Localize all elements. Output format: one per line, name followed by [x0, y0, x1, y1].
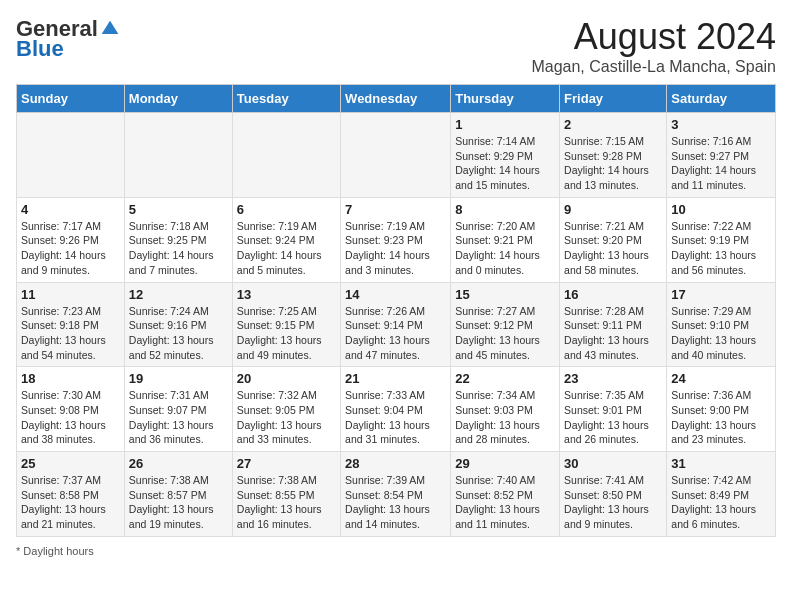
- day-info: Sunrise: 7:34 AM Sunset: 9:03 PM Dayligh…: [455, 388, 555, 447]
- day-info: Sunrise: 7:19 AM Sunset: 9:24 PM Dayligh…: [237, 219, 336, 278]
- week-row-2: 4Sunrise: 7:17 AM Sunset: 9:26 PM Daylig…: [17, 197, 776, 282]
- weekday-header-friday: Friday: [560, 85, 667, 113]
- day-number: 24: [671, 371, 771, 386]
- day-cell: 30Sunrise: 7:41 AM Sunset: 8:50 PM Dayli…: [560, 452, 667, 537]
- day-number: 8: [455, 202, 555, 217]
- weekday-header-tuesday: Tuesday: [232, 85, 340, 113]
- day-cell: 14Sunrise: 7:26 AM Sunset: 9:14 PM Dayli…: [341, 282, 451, 367]
- day-number: 11: [21, 287, 120, 302]
- day-number: 25: [21, 456, 120, 471]
- day-cell: 28Sunrise: 7:39 AM Sunset: 8:54 PM Dayli…: [341, 452, 451, 537]
- day-cell: [341, 113, 451, 198]
- day-info: Sunrise: 7:41 AM Sunset: 8:50 PM Dayligh…: [564, 473, 662, 532]
- day-cell: 13Sunrise: 7:25 AM Sunset: 9:15 PM Dayli…: [232, 282, 340, 367]
- day-cell: 5Sunrise: 7:18 AM Sunset: 9:25 PM Daylig…: [124, 197, 232, 282]
- day-cell: 25Sunrise: 7:37 AM Sunset: 8:58 PM Dayli…: [17, 452, 125, 537]
- day-number: 31: [671, 456, 771, 471]
- footer-note: * Daylight hours: [16, 545, 776, 557]
- day-info: Sunrise: 7:32 AM Sunset: 9:05 PM Dayligh…: [237, 388, 336, 447]
- day-number: 19: [129, 371, 228, 386]
- day-info: Sunrise: 7:23 AM Sunset: 9:18 PM Dayligh…: [21, 304, 120, 363]
- logo-blue-text: Blue: [16, 36, 64, 62]
- day-info: Sunrise: 7:37 AM Sunset: 8:58 PM Dayligh…: [21, 473, 120, 532]
- weekday-header-row: SundayMondayTuesdayWednesdayThursdayFrid…: [17, 85, 776, 113]
- day-number: 15: [455, 287, 555, 302]
- day-cell: [17, 113, 125, 198]
- day-number: 21: [345, 371, 446, 386]
- day-info: Sunrise: 7:39 AM Sunset: 8:54 PM Dayligh…: [345, 473, 446, 532]
- day-info: Sunrise: 7:38 AM Sunset: 8:57 PM Dayligh…: [129, 473, 228, 532]
- day-info: Sunrise: 7:16 AM Sunset: 9:27 PM Dayligh…: [671, 134, 771, 193]
- weekday-header-wednesday: Wednesday: [341, 85, 451, 113]
- week-row-3: 11Sunrise: 7:23 AM Sunset: 9:18 PM Dayli…: [17, 282, 776, 367]
- day-number: 28: [345, 456, 446, 471]
- day-number: 9: [564, 202, 662, 217]
- day-info: Sunrise: 7:26 AM Sunset: 9:14 PM Dayligh…: [345, 304, 446, 363]
- day-number: 4: [21, 202, 120, 217]
- day-info: Sunrise: 7:27 AM Sunset: 9:12 PM Dayligh…: [455, 304, 555, 363]
- day-cell: 29Sunrise: 7:40 AM Sunset: 8:52 PM Dayli…: [451, 452, 560, 537]
- day-info: Sunrise: 7:20 AM Sunset: 9:21 PM Dayligh…: [455, 219, 555, 278]
- week-row-4: 18Sunrise: 7:30 AM Sunset: 9:08 PM Dayli…: [17, 367, 776, 452]
- day-cell: 24Sunrise: 7:36 AM Sunset: 9:00 PM Dayli…: [667, 367, 776, 452]
- day-number: 30: [564, 456, 662, 471]
- day-info: Sunrise: 7:28 AM Sunset: 9:11 PM Dayligh…: [564, 304, 662, 363]
- day-number: 12: [129, 287, 228, 302]
- day-info: Sunrise: 7:35 AM Sunset: 9:01 PM Dayligh…: [564, 388, 662, 447]
- weekday-header-thursday: Thursday: [451, 85, 560, 113]
- day-info: Sunrise: 7:22 AM Sunset: 9:19 PM Dayligh…: [671, 219, 771, 278]
- day-number: 17: [671, 287, 771, 302]
- day-number: 26: [129, 456, 228, 471]
- day-info: Sunrise: 7:31 AM Sunset: 9:07 PM Dayligh…: [129, 388, 228, 447]
- day-info: Sunrise: 7:38 AM Sunset: 8:55 PM Dayligh…: [237, 473, 336, 532]
- day-cell: 18Sunrise: 7:30 AM Sunset: 9:08 PM Dayli…: [17, 367, 125, 452]
- day-number: 16: [564, 287, 662, 302]
- day-number: 22: [455, 371, 555, 386]
- day-cell: 1Sunrise: 7:14 AM Sunset: 9:29 PM Daylig…: [451, 113, 560, 198]
- day-cell: 10Sunrise: 7:22 AM Sunset: 9:19 PM Dayli…: [667, 197, 776, 282]
- header: General Blue August 2024 Magan, Castille…: [16, 16, 776, 76]
- day-cell: 31Sunrise: 7:42 AM Sunset: 8:49 PM Dayli…: [667, 452, 776, 537]
- title-area: August 2024 Magan, Castille-La Mancha, S…: [531, 16, 776, 76]
- day-cell: 12Sunrise: 7:24 AM Sunset: 9:16 PM Dayli…: [124, 282, 232, 367]
- day-number: 29: [455, 456, 555, 471]
- day-cell: 2Sunrise: 7:15 AM Sunset: 9:28 PM Daylig…: [560, 113, 667, 198]
- day-cell: [124, 113, 232, 198]
- svg-marker-0: [102, 21, 119, 34]
- day-info: Sunrise: 7:24 AM Sunset: 9:16 PM Dayligh…: [129, 304, 228, 363]
- weekday-header-monday: Monday: [124, 85, 232, 113]
- calendar-table: SundayMondayTuesdayWednesdayThursdayFrid…: [16, 84, 776, 537]
- footer-note-text: Daylight hours: [23, 545, 93, 557]
- day-info: Sunrise: 7:19 AM Sunset: 9:23 PM Dayligh…: [345, 219, 446, 278]
- day-info: Sunrise: 7:40 AM Sunset: 8:52 PM Dayligh…: [455, 473, 555, 532]
- day-cell: 4Sunrise: 7:17 AM Sunset: 9:26 PM Daylig…: [17, 197, 125, 282]
- location-title: Magan, Castille-La Mancha, Spain: [531, 58, 776, 76]
- day-info: Sunrise: 7:42 AM Sunset: 8:49 PM Dayligh…: [671, 473, 771, 532]
- weekday-header-sunday: Sunday: [17, 85, 125, 113]
- day-info: Sunrise: 7:21 AM Sunset: 9:20 PM Dayligh…: [564, 219, 662, 278]
- day-number: 18: [21, 371, 120, 386]
- week-row-5: 25Sunrise: 7:37 AM Sunset: 8:58 PM Dayli…: [17, 452, 776, 537]
- logo-icon: [100, 19, 120, 39]
- day-cell: 6Sunrise: 7:19 AM Sunset: 9:24 PM Daylig…: [232, 197, 340, 282]
- day-number: 20: [237, 371, 336, 386]
- day-cell: 20Sunrise: 7:32 AM Sunset: 9:05 PM Dayli…: [232, 367, 340, 452]
- day-number: 7: [345, 202, 446, 217]
- day-info: Sunrise: 7:30 AM Sunset: 9:08 PM Dayligh…: [21, 388, 120, 447]
- day-cell: 9Sunrise: 7:21 AM Sunset: 9:20 PM Daylig…: [560, 197, 667, 282]
- week-row-1: 1Sunrise: 7:14 AM Sunset: 9:29 PM Daylig…: [17, 113, 776, 198]
- day-number: 23: [564, 371, 662, 386]
- day-cell: 19Sunrise: 7:31 AM Sunset: 9:07 PM Dayli…: [124, 367, 232, 452]
- day-cell: 27Sunrise: 7:38 AM Sunset: 8:55 PM Dayli…: [232, 452, 340, 537]
- day-info: Sunrise: 7:15 AM Sunset: 9:28 PM Dayligh…: [564, 134, 662, 193]
- day-cell: 17Sunrise: 7:29 AM Sunset: 9:10 PM Dayli…: [667, 282, 776, 367]
- day-info: Sunrise: 7:29 AM Sunset: 9:10 PM Dayligh…: [671, 304, 771, 363]
- day-cell: 23Sunrise: 7:35 AM Sunset: 9:01 PM Dayli…: [560, 367, 667, 452]
- month-title: August 2024: [531, 16, 776, 58]
- day-info: Sunrise: 7:18 AM Sunset: 9:25 PM Dayligh…: [129, 219, 228, 278]
- day-cell: 15Sunrise: 7:27 AM Sunset: 9:12 PM Dayli…: [451, 282, 560, 367]
- day-number: 6: [237, 202, 336, 217]
- logo: General Blue: [16, 16, 120, 62]
- day-number: 13: [237, 287, 336, 302]
- day-cell: [232, 113, 340, 198]
